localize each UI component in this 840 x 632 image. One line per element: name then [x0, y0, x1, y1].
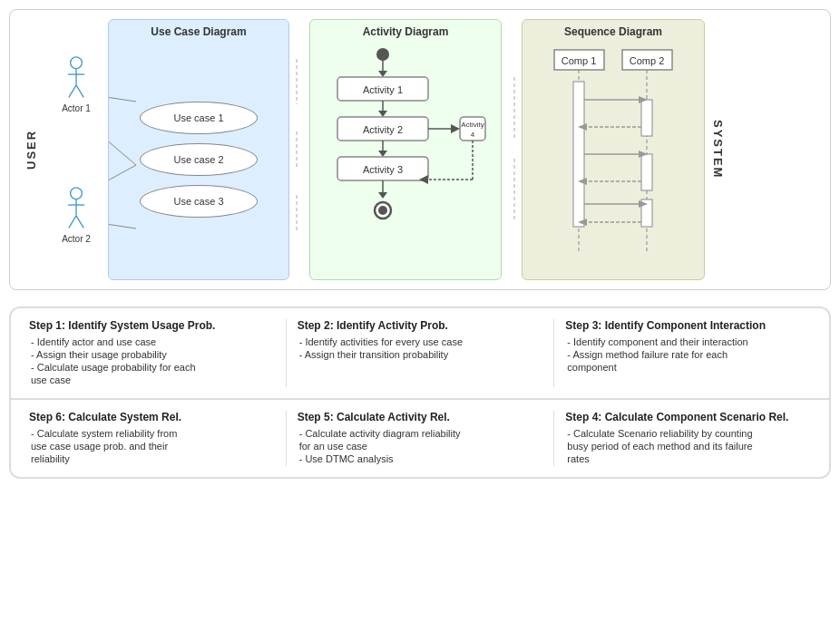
svg-marker-23 [378, 111, 387, 117]
actor-2: Actor 2 [62, 187, 91, 244]
system-label: SYSTEM [708, 19, 727, 280]
step-1-block: Step 1: Identify System Usage Prob. - Id… [18, 319, 286, 387]
use-case-1-label: Use case 1 [173, 112, 223, 123]
step-1-item-4: use case [29, 374, 275, 385]
steps-row-1: Step 1: Identify System Usage Prob. - Id… [11, 308, 829, 398]
step-4-item-3: rates [565, 453, 811, 464]
svg-line-3 [69, 84, 76, 97]
step-2-item-2: - Assign their transition probability [298, 349, 543, 360]
step-3-item-1: - Identify component and their interacti… [565, 336, 811, 347]
svg-text:Comp 1: Comp 1 [562, 55, 597, 66]
use-case-3-label: Use case 3 [173, 196, 223, 207]
uc-ad-lines [289, 23, 304, 277]
svg-line-10 [109, 88, 136, 102]
use-case-diagram-box: Use Case Diagram Use case 1 Use case 2 U… [108, 19, 289, 280]
activity-flow-container: Activity 1 Activity 2 Activity 4 [319, 45, 492, 274]
use-case-2-label: Use case 2 [173, 154, 223, 165]
svg-text:Activity 3: Activity 3 [363, 164, 403, 175]
step-3-item-3: component [565, 362, 811, 373]
actor-1-label: Actor 1 [62, 103, 91, 113]
use-case-2: Use case 2 [140, 143, 258, 176]
use-case-3: Use case 3 [140, 185, 258, 218]
svg-line-4 [76, 84, 83, 97]
step-3-title: Step 3: Identify Component Interaction [565, 319, 811, 332]
ad-sd-lines [507, 23, 522, 277]
step-1-item-2: - Assign their usage probability [29, 349, 275, 360]
svg-rect-52 [641, 154, 652, 190]
step-4-item-1: - Calculate Scenario reliability by coun… [565, 428, 811, 439]
steps-container: Step 1: Identify System Usage Prob. - Id… [9, 306, 831, 479]
uc-ad-connector [289, 19, 304, 280]
actors-column: Actor 1 Actor 2 [44, 19, 108, 280]
sequence-diagram-box: Sequence Diagram Comp 1 Comp 2 [522, 19, 705, 280]
step-4-item-2: busy period of each method and its failu… [565, 441, 811, 452]
step-6-item-1: - Calculate system reliability from [29, 428, 275, 439]
svg-text:Activity 2: Activity 2 [363, 124, 403, 135]
step-6-block: Step 6: Calculate System Rel. - Calculat… [18, 411, 286, 466]
step-5-item-2: for an use case [298, 441, 543, 452]
svg-line-12 [109, 165, 136, 215]
svg-point-17 [376, 48, 389, 61]
svg-line-11 [109, 88, 136, 165]
svg-text:Activity: Activity [461, 121, 483, 129]
user-label-text: USER [24, 130, 38, 170]
step-6-item-2: use case usage prob. and their [29, 441, 275, 452]
svg-point-41 [378, 206, 387, 215]
svg-line-13 [109, 215, 136, 228]
svg-rect-50 [573, 82, 584, 227]
svg-point-5 [71, 187, 83, 199]
use-cases-list: Use case 1 Use case 2 Use case 3 [118, 45, 279, 274]
diagram-area: USER Actor 1 Actor 2 [9, 9, 831, 290]
svg-marker-39 [378, 192, 387, 199]
step-5-title: Step 5: Calculate Activity Rel. [298, 411, 543, 423]
step-4-block: Step 4: Calculate Component Scenario Rel… [553, 411, 822, 466]
svg-line-9 [76, 215, 83, 228]
use-case-1: Use case 1 [140, 102, 258, 134]
svg-text:Activity 1: Activity 1 [363, 84, 403, 95]
system-label-text: SYSTEM [711, 120, 725, 179]
step-6-item-3: reliability [29, 453, 275, 464]
steps-row-2: Step 6: Calculate System Rel. - Calculat… [11, 399, 829, 477]
svg-rect-51 [641, 100, 652, 136]
activity-diagram-box: Activity Diagram Activity 1 Activity 2 [309, 19, 502, 280]
step-2-block: Step 2: Identify Activity Prob. - Identi… [286, 319, 554, 387]
step-3-item-2: - Assign method failure rate for each [565, 349, 811, 360]
step-5-item-3: - Use DTMC analysis [298, 453, 543, 464]
activity-svg: Activity 1 Activity 2 Activity 4 [319, 45, 492, 263]
sequence-title: Sequence Diagram [564, 25, 662, 38]
ad-sd-connector [507, 19, 522, 280]
actor-1: Actor 1 [62, 56, 91, 113]
step-1-item-3: - Calculate usage probability for each [29, 362, 275, 373]
use-case-title: Use Case Diagram [151, 25, 246, 38]
activity-title: Activity Diagram [363, 25, 449, 38]
svg-text:4: 4 [471, 131, 475, 139]
step-2-title: Step 2: Identify Activity Prob. [298, 319, 543, 332]
svg-line-8 [69, 215, 76, 228]
step-3-block: Step 3: Identify Component Interaction -… [553, 319, 822, 387]
svg-marker-27 [451, 124, 460, 133]
step-4-title: Step 4: Calculate Component Scenario Rel… [565, 411, 811, 423]
actor-2-label: Actor 2 [62, 234, 91, 244]
step-1-item-1: - Identify actor and use case [29, 336, 275, 347]
user-label: USER [17, 19, 44, 280]
step-5-block: Step 5: Calculate Activity Rel. - Calcul… [286, 411, 554, 466]
svg-marker-32 [378, 151, 387, 157]
svg-marker-19 [378, 71, 387, 77]
svg-text:Comp 2: Comp 2 [630, 55, 665, 66]
svg-point-0 [71, 56, 83, 68]
step-5-item-1: - Calculate activity diagram reliability [298, 428, 543, 439]
step-1-title: Step 1: Identify System Usage Prob. [29, 319, 275, 332]
step-6-title: Step 6: Calculate System Rel. [29, 411, 275, 423]
actor-1-icon [63, 56, 89, 102]
step-2-item-1: - Identify activities for every use case [298, 336, 543, 347]
sequence-svg: Comp 1 Comp 2 [532, 45, 695, 263]
actor-2-icon [63, 187, 89, 232]
